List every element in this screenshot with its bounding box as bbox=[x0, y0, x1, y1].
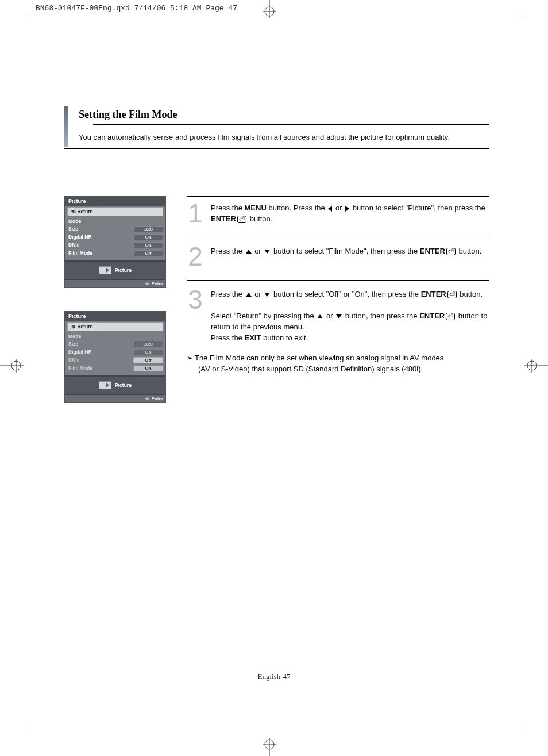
trim-line-left bbox=[28, 15, 28, 728]
osd-return: ⟲ Return bbox=[67, 207, 163, 216]
svg-point-10 bbox=[527, 361, 537, 370]
svg-point-4 bbox=[265, 740, 274, 749]
right-arrow-icon bbox=[345, 206, 349, 212]
enter-icon: ⏎ bbox=[237, 216, 246, 223]
down-arrow-icon bbox=[264, 250, 270, 254]
enter-icon: ⏎ bbox=[446, 313, 455, 320]
step-number: 2 bbox=[187, 245, 204, 267]
enter-icon: ⏎ bbox=[446, 248, 456, 255]
section-header: Setting the Film Mode You can automatica… bbox=[64, 106, 489, 149]
svg-point-1 bbox=[265, 7, 274, 16]
osd-screenshot-1: Picture ⟲ Return Mode Size16:9 Digital N… bbox=[64, 196, 166, 403]
osd-title: Picture bbox=[65, 197, 165, 206]
left-arrow-icon bbox=[328, 206, 332, 212]
osd-title: Picture bbox=[65, 312, 165, 321]
registration-mark-top bbox=[261, 0, 277, 18]
svg-point-7 bbox=[11, 361, 21, 370]
page-content: Setting the Film Mode You can automatica… bbox=[64, 106, 489, 403]
registration-mark-left bbox=[0, 358, 24, 374]
down-arrow-icon bbox=[264, 293, 270, 297]
registration-mark-bottom bbox=[261, 738, 277, 756]
step-text: Press the or button to select "Film Mode… bbox=[211, 245, 489, 267]
step-3: 3 Press the or button to select "Off" or… bbox=[187, 289, 489, 349]
note: ➢The Film Mode can only be set when view… bbox=[187, 352, 489, 374]
step-text: Press the MENU button. Press the or butt… bbox=[211, 202, 489, 224]
section-title: Setting the Film Mode bbox=[79, 106, 489, 121]
page-number: English-47 bbox=[257, 672, 290, 681]
step-2: 2 Press the or button to select "Film Mo… bbox=[187, 245, 489, 281]
step-number: 3 bbox=[187, 289, 204, 343]
registration-mark-right bbox=[524, 358, 548, 374]
print-header: BN68-01047F-00Eng.qxd 7/14/06 5:18 AM Pa… bbox=[36, 4, 237, 13]
up-arrow-icon bbox=[246, 250, 252, 254]
down-arrow-icon bbox=[336, 314, 342, 318]
up-arrow-icon bbox=[246, 293, 252, 297]
enter-icon: ⏎ bbox=[447, 291, 457, 298]
title-accent-bar bbox=[64, 106, 68, 147]
trim-line-right bbox=[520, 15, 520, 728]
up-arrow-icon bbox=[317, 314, 323, 318]
section-subtitle: You can automatically sense and process … bbox=[79, 133, 489, 141]
osd-screenshot-2: Picture ⊛ Return Mode Size16:9 Digital N… bbox=[64, 311, 166, 403]
instruction-steps: 1 Press the MENU button. Press the or bu… bbox=[187, 196, 489, 374]
osd-return: ⊛ Return bbox=[67, 322, 163, 331]
step-number: 1 bbox=[187, 202, 204, 224]
step-1: 1 Press the MENU button. Press the or bu… bbox=[187, 202, 489, 237]
step-text: Press the or button to select "Off" or "… bbox=[211, 289, 489, 343]
note-bullet-icon: ➢ bbox=[187, 352, 195, 363]
